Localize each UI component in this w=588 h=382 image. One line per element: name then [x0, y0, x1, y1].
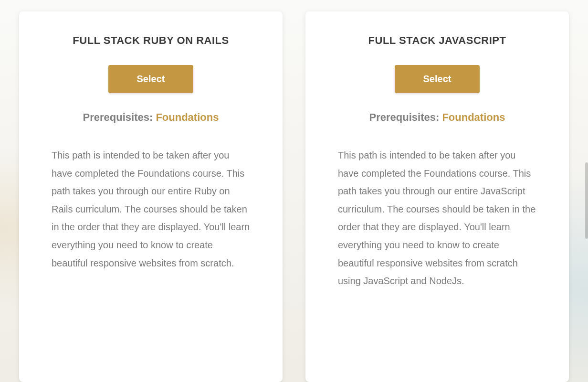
select-button-ruby[interactable]: Select — [108, 65, 194, 93]
path-card-ruby: FULL STACK RUBY ON RAILS Select Prerequi… — [19, 11, 283, 382]
path-description: This path is intended to be taken after … — [338, 147, 536, 290]
prereq-link-foundations[interactable]: Foundations — [442, 111, 505, 123]
path-description: This path is intended to be taken after … — [52, 147, 250, 272]
scrollbar[interactable] — [585, 162, 588, 239]
prerequisites-line: Prerequisites: Foundations — [369, 111, 505, 124]
select-button-javascript[interactable]: Select — [395, 65, 480, 93]
paths-container: FULL STACK RUBY ON RAILS Select Prerequi… — [0, 0, 588, 382]
scrollbar-thumb[interactable] — [585, 162, 588, 239]
prereq-label: Prerequisites: — [369, 111, 442, 123]
path-title: FULL STACK RUBY ON RAILS — [73, 34, 229, 47]
prereq-link-foundations[interactable]: Foundations — [156, 111, 219, 123]
prerequisites-line: Prerequisites: Foundations — [83, 111, 219, 124]
path-title: FULL STACK JAVASCRIPT — [368, 34, 506, 47]
path-card-javascript: FULL STACK JAVASCRIPT Select Prerequisit… — [305, 11, 569, 382]
prereq-label: Prerequisites: — [83, 111, 156, 123]
